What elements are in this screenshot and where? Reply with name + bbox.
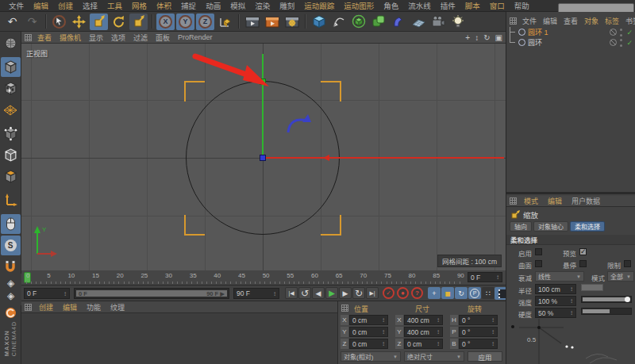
scale-tool-icon[interactable] [90,13,108,30]
x-axis-lock-icon[interactable]: X [156,13,175,30]
material-menu-function[interactable]: 功能 [83,302,105,312]
move-tool-icon[interactable] [70,13,88,30]
menu-edit[interactable]: 编辑 [29,0,53,11]
menu-pipeline[interactable]: 流水线 [403,0,436,11]
spline-pen-icon[interactable] [329,13,348,30]
panel-menu-icon[interactable] [510,197,517,205]
range-start-field[interactable]: 0 F↕ [24,288,70,299]
last-used-tool-icon[interactable] [129,13,148,30]
pos-y-field[interactable]: 0 cm↕ [349,327,388,337]
coordinate-system-icon[interactable] [216,13,234,30]
size-x-field[interactable]: 400 cm↕ [404,315,443,325]
om-menu-tags[interactable]: 标签 [602,16,622,26]
om-menu-file[interactable]: 文件 [520,16,539,26]
menu-motion-tracker[interactable]: 运动跟踪 [299,0,339,11]
hardness-field[interactable]: 50 %↕ [535,308,576,318]
visibility-dots-icon[interactable] [620,29,623,36]
range-end-field[interactable]: 90 F↕ [233,288,279,299]
falloff-dropdown[interactable]: 线性▼ [535,271,584,282]
loop-playback-button[interactable]: ↻ [352,287,365,299]
layer-icon[interactable] [610,39,617,46]
y-axis-lock-icon[interactable]: Y [176,13,194,30]
origin-handle[interactable] [260,155,266,161]
points-mode-icon[interactable] [1,124,21,144]
preview-checkbox[interactable] [579,248,587,255]
om-menu-view[interactable]: 查看 [561,16,580,26]
hardness-slider[interactable] [581,308,632,315]
object-name[interactable]: 圆环 1 [528,27,548,37]
menu-mesh[interactable]: 网格 [127,0,152,11]
layer-icon[interactable] [610,29,617,36]
spinner-icon[interactable]: ↕ [64,290,67,297]
y-axis-handle[interactable] [260,79,266,85]
slider-thumb[interactable] [625,297,630,302]
key-position-toggle[interactable]: + [428,287,441,299]
om-menu-edit[interactable]: 编辑 [541,16,560,26]
mode-dropdown[interactable]: 全部▼ [607,271,634,282]
key-parameter-toggle[interactable]: P [468,287,481,299]
menu-snap[interactable]: 捕捉 [176,0,201,11]
object-name[interactable]: 圆环 [528,37,542,48]
panel-menu-icon[interactable] [341,305,348,312]
x-axis-line[interactable] [264,157,504,159]
tab-axis[interactable]: 轴向 [510,221,532,232]
camera-icon[interactable] [429,13,447,30]
polygons-mode-icon[interactable] [1,167,21,186]
radius-field[interactable]: 100 cm↕ [535,284,576,294]
play-button[interactable]: ▶ [325,287,338,299]
array-generator-icon[interactable] [369,13,387,30]
menu-help[interactable]: 帮助 [510,0,534,11]
am-menu-mode[interactable]: 模式 [520,196,542,206]
menu-plugins[interactable]: 插件 [436,0,460,11]
menu-create[interactable]: 创建 [53,0,78,11]
falloff-curve-editor[interactable]: 0.5 [506,319,635,364]
live-selection-icon[interactable] [50,13,68,30]
dolly-view-icon[interactable]: ↕ [475,33,479,42]
z-axis-lock-icon[interactable]: Z [196,13,214,30]
strength-slider[interactable] [581,296,632,303]
pan-view-icon[interactable]: + [465,33,470,42]
am-menu-edit[interactable]: 编辑 [544,196,566,206]
om-menu-bookmarks[interactable]: 书签 [623,16,635,26]
am-menu-userdata[interactable]: 用户数据 [568,196,604,206]
viewport-menu-display[interactable]: 显示 [85,33,107,43]
viewport-menu-cameras[interactable]: 摄像机 [56,33,85,43]
snap-mode-icon[interactable]: S [1,236,21,255]
record-keyframe-button[interactable]: ✓ [383,287,394,299]
viewport-solo-icon[interactable] [1,214,21,234]
tab-soft-selection[interactable]: 柔和选择 [570,221,605,232]
current-frame-field[interactable]: 0 F↕ [468,272,502,282]
visibility-dots-icon[interactable] [620,39,623,47]
timeline-ruler[interactable]: 051015202530354045505560657075808590 0 F… [21,270,506,285]
viewport-menu-panel[interactable]: 面板 [152,33,174,43]
menu-window[interactable]: 窗口 [485,0,510,11]
menu-sculpt[interactable]: 雕刻 [275,0,299,11]
next-frame-button[interactable]: ▶ [339,287,352,299]
make-editable-icon[interactable] [1,33,21,53]
pos-x-field[interactable]: 0 cm↕ [349,315,388,325]
play-reverse-button[interactable]: ↺ [298,287,311,299]
panel-menu-icon[interactable] [25,304,32,311]
object-row[interactable]: 圆环 ✓ [510,37,633,48]
rot-b-field[interactable]: 0 °↕ [459,339,498,349]
menu-animate[interactable]: 动画 [201,0,225,11]
deformer-icon[interactable] [389,13,407,30]
undo-icon[interactable]: ↶ [3,13,21,30]
render-view-icon[interactable] [243,13,261,30]
toggle-view-icon[interactable]: ▣ [495,33,502,42]
hover-checkbox[interactable] [579,260,587,267]
menu-volume[interactable]: 体积 [152,0,176,11]
menu-file[interactable]: 文件 [4,0,29,11]
spinner-icon[interactable]: ↕ [496,274,499,281]
go-to-start-button[interactable]: |◀ [285,287,298,299]
menu-script[interactable]: 脚本 [460,0,485,11]
rotate-view-icon[interactable]: ↻ [483,33,490,42]
key-pla-toggle[interactable]: ∷ [482,287,495,299]
viewport-menu-view[interactable]: 查看 [33,33,56,43]
panel-menu-icon[interactable] [25,34,32,41]
rotate-tool-icon[interactable] [110,13,128,30]
lattice-icon[interactable]: ◈ [7,278,14,289]
environment-floor-icon[interactable] [409,13,427,30]
workplane-mode-icon[interactable] [1,100,21,120]
rot-h-field[interactable]: 0 °↕ [459,315,498,325]
